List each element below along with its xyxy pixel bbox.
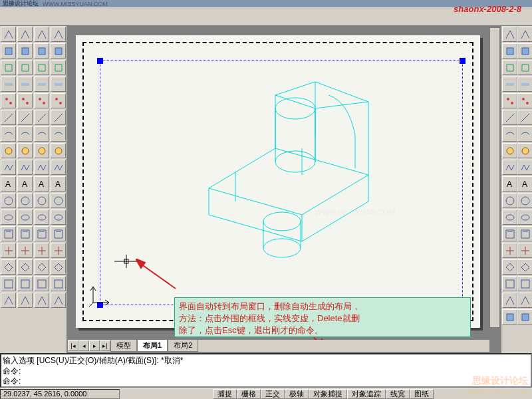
tab-nav-first[interactable]: |◂	[68, 340, 78, 351]
modify-tool-button[interactable]	[17, 276, 33, 291]
grip-handle[interactable]	[460, 58, 466, 64]
object-tool-button[interactable]	[502, 76, 517, 92]
solid-tool-button[interactable]	[34, 43, 49, 59]
draw-tool-button[interactable]	[1, 27, 16, 42]
view-tool-button[interactable]	[517, 293, 532, 308]
object-tool-button[interactable]	[502, 27, 517, 42]
modify-tool-button[interactable]	[17, 259, 33, 275]
grid-toggle[interactable]: 栅格	[237, 389, 261, 399]
solid-tool-button[interactable]	[34, 27, 49, 42]
view-tool-button[interactable]	[517, 143, 532, 158]
view-tool-button[interactable]	[517, 93, 532, 108]
osnap-toggle[interactable]: 对象捕捉	[309, 389, 347, 399]
modify-tool-button[interactable]	[17, 243, 33, 258]
draw-tool-button[interactable]	[1, 243, 16, 258]
solid-tool-button[interactable]	[34, 193, 49, 208]
modify-tool-button[interactable]	[17, 76, 33, 92]
solid-tool-button[interactable]	[34, 160, 49, 175]
modify-tool-button[interactable]	[17, 110, 33, 125]
edit-tool-button[interactable]	[51, 243, 66, 258]
command-line[interactable]: 输入选项 [UCS(U)/正交(O)/辅助(A)/截面(S)]: *取消* 命令…	[0, 353, 532, 388]
edit-tool-button[interactable]: A	[51, 176, 66, 192]
draw-tool-button[interactable]	[1, 76, 16, 92]
edit-tool-button[interactable]	[51, 76, 66, 92]
polar-toggle[interactable]: 极轴	[285, 389, 309, 399]
draw-tool-button[interactable]	[1, 143, 16, 158]
tab-nav-next[interactable]: ▸	[89, 340, 100, 351]
object-tool-button[interactable]	[502, 110, 517, 125]
object-tool-button[interactable]: A	[502, 176, 517, 192]
object-tool-button[interactable]	[502, 60, 517, 75]
edit-tool-button[interactable]	[51, 209, 66, 225]
view-tool-button[interactable]	[517, 126, 532, 142]
object-tool-button[interactable]	[502, 160, 517, 175]
object-tool-button[interactable]	[502, 243, 517, 258]
view-tool-button[interactable]	[517, 27, 532, 42]
tab-nav-last[interactable]: ▸|	[100, 340, 110, 351]
view-tool-button[interactable]	[517, 226, 532, 241]
solid-tool-button[interactable]	[34, 93, 49, 108]
object-tool-button[interactable]	[502, 126, 517, 142]
view-tool-button[interactable]	[517, 209, 532, 225]
view-tool-button[interactable]	[517, 276, 532, 291]
modify-tool-button[interactable]	[17, 193, 33, 208]
object-tool-button[interactable]	[502, 193, 517, 208]
modify-tool-button[interactable]	[17, 43, 33, 59]
view-tool-button[interactable]	[517, 259, 532, 275]
edit-tool-button[interactable]	[51, 143, 66, 158]
edit-tool-button[interactable]	[51, 276, 66, 291]
modify-tool-button[interactable]	[17, 126, 33, 142]
object-tool-button[interactable]	[502, 309, 517, 325]
vertical-scrollbar[interactable]	[489, 27, 500, 328]
tab-model[interactable]: 模型	[110, 340, 137, 352]
edit-tool-button[interactable]	[51, 160, 66, 175]
edit-tool-button[interactable]	[51, 27, 66, 42]
draw-tool-button[interactable]: A	[1, 176, 16, 192]
view-tool-button[interactable]	[517, 76, 532, 92]
solid-tool-button[interactable]	[34, 209, 49, 225]
view-tool-button[interactable]	[517, 193, 532, 208]
solid-tool-button[interactable]: A	[34, 176, 49, 192]
object-tool-button[interactable]	[502, 93, 517, 108]
edit-tool-button[interactable]	[51, 226, 66, 241]
solid-tool-button[interactable]	[34, 110, 49, 125]
modify-tool-button[interactable]	[17, 60, 33, 75]
view-tool-button[interactable]	[517, 309, 532, 325]
solid-tool-button[interactable]	[34, 243, 49, 258]
lineweight-toggle[interactable]: 线宽	[386, 389, 410, 399]
modify-tool-button[interactable]	[17, 293, 33, 308]
object-tool-button[interactable]	[502, 293, 517, 308]
view-tool-button[interactable]	[517, 110, 532, 125]
object-tool-button[interactable]	[502, 259, 517, 275]
snap-toggle[interactable]: 捕捉	[213, 389, 237, 399]
draw-tool-button[interactable]	[1, 43, 16, 59]
view-tool-button[interactable]	[517, 60, 532, 75]
edit-tool-button[interactable]	[51, 193, 66, 208]
otrack-toggle[interactable]: 对象追踪	[347, 389, 386, 399]
draw-tool-button[interactable]	[1, 60, 16, 75]
solid-tool-button[interactable]	[34, 60, 49, 75]
modify-tool-button[interactable]	[17, 93, 33, 108]
view-tool-button[interactable]	[517, 243, 532, 258]
draw-tool-button[interactable]	[1, 110, 16, 125]
grip-handle[interactable]	[97, 58, 103, 64]
edit-tool-button[interactable]	[51, 126, 66, 142]
object-tool-button[interactable]	[502, 43, 517, 59]
solid-tool-button[interactable]	[34, 126, 49, 142]
object-tool-button[interactable]	[502, 226, 517, 241]
draw-tool-button[interactable]	[1, 93, 16, 108]
modify-tool-button[interactable]: A	[17, 176, 33, 192]
tab-nav-prev[interactable]: ◂	[78, 340, 89, 351]
draw-tool-button[interactable]	[1, 193, 16, 208]
modify-tool-button[interactable]	[17, 160, 33, 175]
solid-tool-button[interactable]	[34, 259, 49, 275]
modify-tool-button[interactable]	[17, 27, 33, 42]
view-tool-button[interactable]: A	[517, 176, 532, 192]
tab-layout1[interactable]: 布局1	[137, 340, 168, 352]
solid-tool-button[interactable]	[34, 76, 49, 92]
object-tool-button[interactable]	[502, 209, 517, 225]
solid-tool-button[interactable]	[34, 276, 49, 291]
draw-tool-button[interactable]	[1, 293, 16, 308]
paper-space[interactable]: 界面自动转到布局窗口，删除自动生成的布局， 方法：点击外围的框线，实线变虚，De…	[68, 27, 488, 338]
draw-tool-button[interactable]	[1, 160, 16, 175]
